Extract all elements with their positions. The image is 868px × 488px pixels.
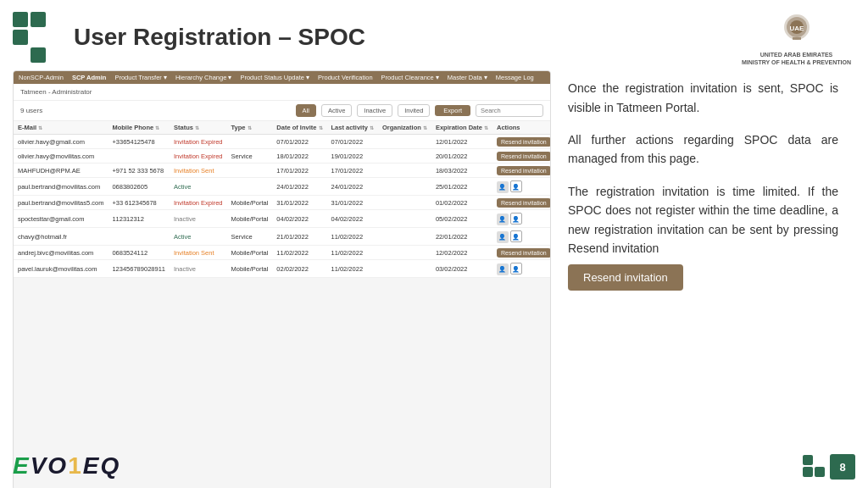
cell-actions[interactable]: 👤👤 <box>492 178 551 196</box>
cell-expiry: 20/01/2022 <box>431 149 492 164</box>
resend-btn[interactable]: Resend invitation <box>497 152 551 161</box>
nav-product-verification[interactable]: Product Verification <box>318 74 373 81</box>
cell-phone: 123456789028911 <box>108 260 170 278</box>
cell-expiry: 18/03/2022 <box>431 164 492 178</box>
resend-btn[interactable]: Resend invitation <box>497 198 551 208</box>
nav-hierarchy-change[interactable]: Hierarchy Change ▾ <box>175 74 232 81</box>
edit-icon[interactable]: 👤 <box>497 231 509 243</box>
edit-icon[interactable]: 👤 <box>497 214 509 225</box>
edit-icon[interactable]: 👤 <box>497 181 509 193</box>
description-panel: Once the registration invitation is sent… <box>551 70 855 488</box>
filter-inactive-btn[interactable]: Inactive <box>357 104 392 117</box>
col-status: Status ⇅ <box>170 121 227 135</box>
cell-email: paul.bertrand@movilitas.com <box>14 178 108 196</box>
resend-btn[interactable]: Resend invitation <box>497 166 551 175</box>
cell-phone: +33 612345678 <box>108 196 170 210</box>
page-number: 8 <box>830 454 855 480</box>
export-button[interactable]: Export <box>435 105 470 116</box>
cell-actions[interactable]: Resend invitation <box>492 149 551 164</box>
cell-expiry: 25/01/2022 <box>431 178 492 196</box>
logo-squares <box>13 12 64 63</box>
col-activity: Last activity ⇅ <box>327 121 378 135</box>
nav-product-clearance[interactable]: Product Clearance ▾ <box>381 74 439 81</box>
cell-invite: 31/01/2022 <box>272 196 326 210</box>
cell-email: paul.bertrand@movilitas5.com <box>14 196 108 210</box>
col-type: Type ⇅ <box>227 121 273 135</box>
resend-invitation-button[interactable]: Resend invitation <box>568 264 683 291</box>
cell-expiry: 12/01/2022 <box>431 135 492 149</box>
user-icon[interactable]: 👤 <box>510 180 522 192</box>
cell-activity: 04/02/2022 <box>327 210 378 228</box>
cell-email: spoctesttar@gmail.com <box>14 210 108 228</box>
cell-org <box>378 228 431 246</box>
user-icon[interactable]: 👤 <box>510 263 522 274</box>
user-icon[interactable]: 👤 <box>510 230 522 242</box>
nav-product-status[interactable]: Product Status Update ▾ <box>240 74 309 81</box>
cell-invite: 24/01/2022 <box>272 178 326 196</box>
col-invite: Date of Invite ⇅ <box>272 121 326 135</box>
table-row: paul.bertrand@movilitas5.com +33 6123456… <box>14 196 551 210</box>
cell-org <box>378 164 431 178</box>
table-row: spoctesttar@gmail.com 112312312 Inactive… <box>14 210 551 228</box>
cell-activity: 24/01/2022 <box>327 178 378 196</box>
cell-email: pavel.lauruk@movilitas.com <box>14 260 108 278</box>
col-actions: Actions <box>492 121 551 135</box>
corner-decoration <box>803 455 825 477</box>
cell-actions[interactable]: 👤👤 <box>492 210 551 228</box>
footer-right: 8 <box>803 454 855 480</box>
description-para3: The registration invitation is time limi… <box>568 182 838 258</box>
cell-email: MAHFUDH@RPM.AE <box>14 164 108 178</box>
cell-type: Mobile/Portal <box>227 246 273 260</box>
nav-nonscp-admin[interactable]: NonSCP-Admin <box>19 74 64 81</box>
cell-status: Invitation Sent <box>170 246 227 260</box>
nav-product-transfer[interactable]: Product Transfer ▾ <box>114 74 167 81</box>
cell-activity: 19/01/2022 <box>327 149 378 164</box>
cell-type: Service <box>227 149 273 164</box>
nav-scp-admin[interactable]: SCP Admin <box>72 74 106 81</box>
cell-expiry: 03/02/2022 <box>431 260 492 278</box>
users-table: E-Mail ⇅ Mobile Phone ⇅ Status ⇅ Type ⇅ … <box>14 121 551 278</box>
cell-org <box>378 260 431 278</box>
user-icon[interactable]: 👤 <box>510 213 522 225</box>
cell-activity: 11/02/2022 <box>327 260 378 278</box>
nav-message-log[interactable]: Message Log <box>496 74 534 81</box>
cell-status: Inactive <box>170 210 227 228</box>
svg-rect-4 <box>793 37 801 40</box>
cell-phone: 0683524112 <box>108 246 170 260</box>
nav-master-data[interactable]: Master Data ▾ <box>448 74 487 81</box>
cell-actions[interactable]: 👤👤 <box>492 228 551 246</box>
resend-btn[interactable]: Resend invitation <box>497 248 551 258</box>
edit-icon[interactable]: 👤 <box>497 263 509 275</box>
cell-status: Invitation Expired <box>170 196 227 210</box>
cell-status: Invitation Sent <box>170 164 227 178</box>
cell-type: Service <box>227 228 273 246</box>
cell-actions[interactable]: Resend invitation <box>492 135 551 149</box>
portal-panel: NonSCP-Admin SCP Admin Product Transfer … <box>13 70 551 488</box>
cell-status: Invitation Expired <box>170 135 227 149</box>
cell-org <box>378 246 431 260</box>
portal-navbar[interactable]: NonSCP-Admin SCP Admin Product Transfer … <box>14 71 550 84</box>
cell-status: Active <box>170 178 227 196</box>
cell-phone: +33654125478 <box>108 135 170 149</box>
col-expiry: Expiration Date ⇅ <box>431 121 492 135</box>
filter-invited-btn[interactable]: Invited <box>398 104 430 117</box>
cell-actions[interactable]: Resend invitation <box>492 246 551 260</box>
page-header: User Registration – SPOC UAE UNITED ARAB… <box>0 0 868 70</box>
user-count: 9 users <box>20 107 291 114</box>
cell-actions[interactable]: Resend invitation <box>492 164 551 178</box>
table-row: olivier.havy@gmail.com +33654125478 Invi… <box>14 135 551 149</box>
cell-actions[interactable]: Resend invitation <box>492 196 551 210</box>
cell-org <box>378 135 431 149</box>
portal-breadcrumb: Tatmeen - Administrator <box>14 84 550 101</box>
cell-activity: 17/01/2022 <box>327 164 378 178</box>
cell-status: Inactive <box>170 260 227 278</box>
resend-btn[interactable]: Resend invitation <box>497 137 551 147</box>
cell-expiry: 12/02/2022 <box>431 246 492 260</box>
search-input[interactable] <box>476 104 543 117</box>
col-org: Organization ⇅ <box>378 121 431 135</box>
filter-all-btn[interactable]: All <box>296 104 316 117</box>
filter-active-btn[interactable]: Active <box>321 104 352 117</box>
cell-actions[interactable]: 👤👤 <box>492 260 551 278</box>
cell-invite: 07/01/2022 <box>272 135 326 149</box>
col-phone: Mobile Phone ⇅ <box>108 121 170 135</box>
